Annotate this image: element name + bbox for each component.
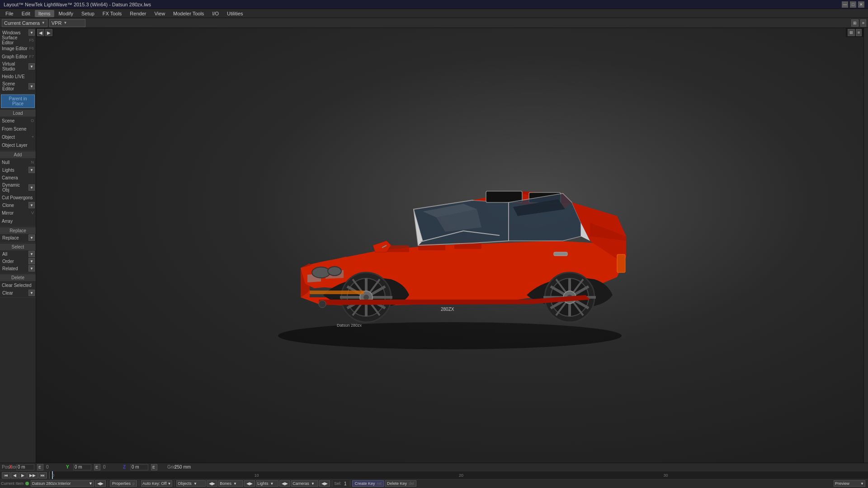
heido-live-button[interactable]: Heido LIVE xyxy=(0,72,36,80)
dynamic-obj-label[interactable]: Dynamic Obj xyxy=(1,182,28,193)
camera-add-button[interactable]: Camera xyxy=(0,174,36,182)
cameras-expand[interactable]: ◀▶ xyxy=(319,480,330,487)
maximize-button[interactable]: □ xyxy=(850,1,856,8)
select-header: Select xyxy=(0,244,36,250)
bones-dropdown[interactable]: Bones ▼ xyxy=(218,480,243,487)
clone-arrow[interactable]: ▼ xyxy=(28,202,35,208)
menu-modelertools[interactable]: Modeler Tools xyxy=(170,10,208,17)
mirror-button[interactable]: Mirror V xyxy=(0,209,36,217)
null-button[interactable]: Null N xyxy=(0,158,36,166)
svg-text:280ZX: 280ZX xyxy=(441,307,454,312)
lights-label[interactable]: Lights xyxy=(1,167,28,173)
surface-editor-button[interactable]: Surface Editor F5 xyxy=(0,36,36,44)
transport-next-button[interactable]: ▶▶ xyxy=(27,472,38,479)
cut-powergons-button[interactable]: Cut Powergons xyxy=(0,193,36,202)
y-value-input[interactable] xyxy=(73,464,91,470)
scene-editor-arrow[interactable]: ▼ xyxy=(28,83,35,89)
all-label[interactable]: All xyxy=(1,251,28,257)
cameras-dropdown[interactable]: Cameras ▼ xyxy=(291,480,318,487)
current-item-expand[interactable]: ◀▶ xyxy=(95,480,106,487)
clone-label[interactable]: Clone xyxy=(1,202,28,208)
list-view-button[interactable]: ≡ xyxy=(860,19,866,27)
objects-dropdown[interactable]: Objects ▼ xyxy=(176,480,206,487)
dynamic-obj-arrow[interactable]: ▼ xyxy=(28,184,35,191)
svg-point-2 xyxy=(328,267,341,276)
current-item-dropdown[interactable]: Datsun 280zx:Interior ▼ xyxy=(31,480,94,487)
vpr-dropdown[interactable]: VPR ▼ xyxy=(49,19,85,27)
windows-label[interactable]: Windows xyxy=(1,30,28,36)
delete-key-button[interactable]: Delete Key del xyxy=(385,480,416,487)
related-arrow[interactable]: ▼ xyxy=(28,265,35,272)
from-scene-button[interactable]: From Scene xyxy=(0,125,36,133)
create-key-button[interactable]: Create Key ret xyxy=(352,480,384,487)
clear-selected-button[interactable]: Clear Selected xyxy=(0,281,36,289)
nav-right-arrow[interactable]: ▶ xyxy=(45,29,52,36)
window-title: Layout™ NewTek LightWave™ 2015.3 (Win64)… xyxy=(4,2,151,7)
menu-utilities[interactable]: Utilities xyxy=(223,10,246,17)
timeline-track[interactable]: 0 10 20 30 xyxy=(49,471,868,479)
x-value-input[interactable] xyxy=(16,464,34,470)
lights-dropdown-arrow[interactable]: ▼ xyxy=(28,167,35,173)
menu-bar: File Edit Items Modify Setup FX Tools Re… xyxy=(0,9,868,18)
viewport-layout-button[interactable]: ⊞ xyxy=(848,29,855,36)
parent-in-place-button[interactable]: Parent in Place xyxy=(1,94,35,108)
layout-view-button[interactable]: ⊞ xyxy=(851,19,859,27)
properties-button[interactable]: Properties p xyxy=(110,480,137,487)
scene-editor-label[interactable]: Scene Editor xyxy=(1,81,28,92)
replace-label[interactable]: Replace xyxy=(1,235,28,241)
clear-row: Clear ▼ xyxy=(0,289,36,296)
menu-modify[interactable]: Modify xyxy=(55,10,77,17)
image-editor-button[interactable]: Image Editor F6 xyxy=(0,44,36,52)
menu-io[interactable]: I/O xyxy=(208,10,222,17)
minimize-button[interactable]: — xyxy=(842,1,848,8)
virtual-studio-arrow[interactable]: ▼ xyxy=(28,63,35,70)
related-row: Related ▼ xyxy=(0,265,36,272)
add-section: Add Null N Lights ▼ Camera Dynamic Obj ▼… xyxy=(0,150,36,226)
replace-arrow[interactable]: ▼ xyxy=(28,235,35,241)
lights-group: Lights ▼ ◀▶ xyxy=(256,480,290,487)
camera-dropdown[interactable]: Current Camera ▼ xyxy=(2,19,47,27)
all-arrow[interactable]: ▼ xyxy=(28,251,35,257)
virtual-studio-label[interactable]: Virtual Studio xyxy=(1,61,28,72)
viewport-list-button[interactable]: ≡ xyxy=(856,29,862,36)
auto-key-dropdown[interactable]: Auto Key: Off ▼ xyxy=(141,480,172,487)
scene-load-button[interactable]: Scene O xyxy=(0,117,36,125)
z-e-button[interactable]: E xyxy=(151,464,157,470)
transport-play-button[interactable]: ▶ xyxy=(19,472,27,479)
clear-arrow[interactable]: ▼ xyxy=(28,290,35,296)
menu-edit[interactable]: Edit xyxy=(18,10,34,17)
svg-rect-34 xyxy=(310,291,364,294)
related-label[interactable]: Related xyxy=(1,266,28,272)
z-value-input[interactable] xyxy=(130,464,148,470)
objects-expand[interactable]: ◀▶ xyxy=(207,480,217,487)
windows-dropdown-arrow[interactable]: ▼ xyxy=(28,29,35,36)
menu-setup[interactable]: Setup xyxy=(78,10,98,17)
transport-first-button[interactable]: ⏮ xyxy=(2,472,10,479)
object-layer-button[interactable]: Object Layer xyxy=(0,141,36,149)
current-item-dot xyxy=(25,482,29,485)
menu-items[interactable]: Items xyxy=(35,10,54,17)
transport-last-button[interactable]: ⏭ xyxy=(38,472,47,479)
position-label: Position xyxy=(2,465,6,469)
lights-expand[interactable]: ◀▶ xyxy=(279,480,290,487)
preview-dropdown[interactable]: Preview ▼ xyxy=(834,480,865,487)
nav-left-arrow[interactable]: ◀ xyxy=(37,29,44,36)
order-arrow[interactable]: ▼ xyxy=(28,258,35,264)
menu-fxtools[interactable]: FX Tools xyxy=(99,10,126,17)
y-e-button[interactable]: E xyxy=(94,464,100,470)
viewport[interactable]: ◀ ▶ ⊞ ≡ xyxy=(36,28,863,463)
lights-bottom-dropdown[interactable]: Lights ▼ xyxy=(256,480,278,487)
close-button[interactable]: ✕ xyxy=(858,1,864,8)
order-label[interactable]: Order xyxy=(1,258,28,264)
bones-expand[interactable]: ◀▶ xyxy=(244,480,255,487)
graph-editor-button[interactable]: Graph Editor F7 xyxy=(0,52,36,61)
add-header: Add xyxy=(0,151,36,158)
array-button[interactable]: Array xyxy=(0,217,36,225)
menu-render[interactable]: Render xyxy=(126,10,150,17)
object-button[interactable]: Object + xyxy=(0,133,36,141)
menu-file[interactable]: File xyxy=(2,10,17,17)
x-e-button[interactable]: E xyxy=(37,464,43,470)
transport-prev-button[interactable]: ◀ xyxy=(11,472,19,479)
clear-label[interactable]: Clear xyxy=(1,290,28,296)
menu-view[interactable]: View xyxy=(151,10,169,17)
